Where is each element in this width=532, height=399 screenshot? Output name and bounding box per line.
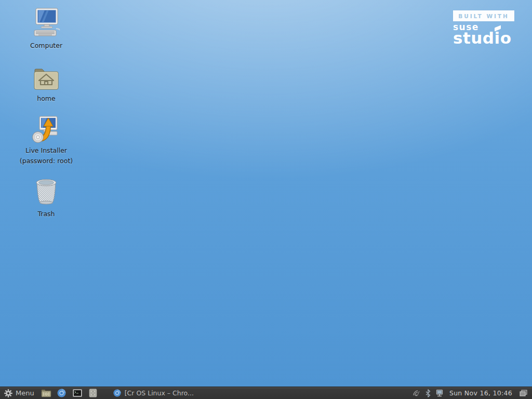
- taskbar: Menu: [0, 387, 532, 399]
- launcher-folder-camera[interactable]: [39, 387, 53, 399]
- wireless-network-icon[interactable]: [411, 387, 422, 399]
- desktop-icon-label: Live Installer: [15, 145, 77, 156]
- file-cabinet-icon: [89, 389, 97, 397]
- desktop-icon-label: Computer: [15, 41, 77, 51]
- logo-studio-text: studio: [453, 31, 515, 45]
- live-installer-icon: [15, 112, 77, 143]
- suse-studio-branding: BUILT WITH suse studio: [453, 10, 515, 45]
- terminal-icon: [73, 389, 82, 397]
- built-with-badge: BUILT WITH: [453, 10, 514, 21]
- desktop-icon-trash[interactable]: Trash: [15, 176, 77, 219]
- desktop-icon-label: home: [15, 94, 77, 104]
- taskbar-window-button[interactable]: [Cr OS Linux – Chro...: [109, 387, 198, 399]
- launcher-file-manager[interactable]: [86, 387, 100, 399]
- launcher-chromium[interactable]: [55, 387, 69, 399]
- menu-label: Menu: [16, 389, 34, 397]
- desktop: Computer home: [0, 0, 532, 387]
- display-network-icon[interactable]: [434, 387, 445, 399]
- desktop-icon-live-installer[interactable]: Live Installer (password: root): [15, 112, 77, 166]
- chromium-icon: [57, 389, 66, 397]
- taskbar-clock[interactable]: Sun Nov 16, 10:46: [445, 389, 517, 397]
- window-button-label: [Cr OS Linux – Chro...: [125, 389, 194, 397]
- menu-button[interactable]: Menu: [0, 387, 39, 399]
- launcher-terminal[interactable]: [71, 387, 84, 399]
- trash-icon: [15, 176, 77, 207]
- suse-studio-logo: suse studio: [453, 22, 515, 45]
- folder-camera-icon: [41, 389, 51, 397]
- bluetooth-icon[interactable]: [422, 387, 434, 399]
- desktop-icon-label: Trash: [15, 209, 77, 219]
- home-folder-icon: [15, 60, 77, 91]
- window-list-icon[interactable]: [517, 387, 529, 399]
- desktop-icon-computer[interactable]: Computer: [15, 7, 77, 51]
- chromium-icon: [113, 389, 121, 397]
- desktop-icon-sublabel: (password: root): [15, 156, 77, 166]
- computer-icon: [15, 7, 77, 38]
- gear-icon: [4, 389, 12, 397]
- desktop-icon-home[interactable]: home: [15, 60, 77, 104]
